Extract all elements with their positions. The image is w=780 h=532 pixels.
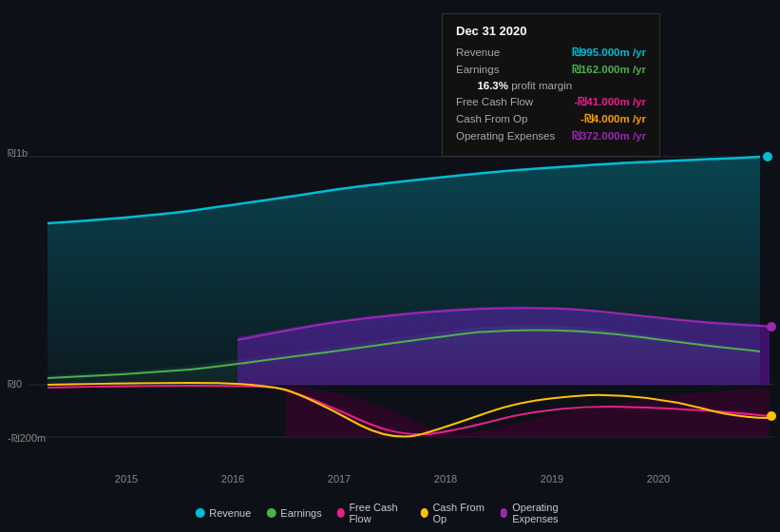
tooltip-earnings-row: Earnings ₪162.000m /yr (456, 63, 646, 76)
tooltip-profit-pct: 16.3% (477, 80, 508, 91)
legend-cashop-label: Cash From Op (432, 502, 485, 524)
tooltip-revenue-value: ₪995.000m /yr (572, 46, 646, 59)
legend-earnings-label: Earnings (280, 507, 321, 519)
legend-cashop-dot (421, 508, 428, 518)
tooltip-fcf-value: -₪41.000m /yr (575, 95, 647, 108)
tooltip-title: Dec 31 2020 (456, 24, 646, 38)
tooltip-revenue-label: Revenue (456, 47, 500, 58)
tooltip-cashop-value: -₪4.000m /yr (580, 112, 646, 125)
tooltip-revenue-row: Revenue ₪995.000m /yr (456, 46, 646, 59)
chart-svg (0, 0, 780, 475)
x-label-2016: 2016 (221, 473, 244, 484)
tooltip-opex-row: Operating Expenses ₪372.000m /yr (456, 129, 646, 142)
legend-opex-dot (501, 508, 508, 518)
tooltip-fcf-row: Free Cash Flow -₪41.000m /yr (456, 95, 646, 108)
tooltip-cashop-label: Cash From Op (456, 113, 527, 124)
legend-fcf[interactable]: Free Cash Flow (337, 502, 406, 524)
tooltip-fcf-label: Free Cash Flow (456, 96, 533, 107)
legend-opex-label: Operating Expenses (512, 502, 585, 524)
chart-container: ₪1b ₪0 -₪200m 2015 2016 2017 2018 2019 2… (0, 0, 780, 532)
legend-earnings[interactable]: Earnings (266, 507, 321, 519)
x-label-2020: 2020 (647, 473, 670, 484)
y-label-top: ₪1b (8, 147, 28, 160)
tooltip-earnings-value: ₪162.000m /yr (572, 63, 646, 76)
y-label-bot: -₪200m (8, 432, 46, 445)
svg-point-5 (767, 322, 776, 332)
tooltip: Dec 31 2020 Revenue ₪995.000m /yr Earnin… (442, 13, 660, 157)
legend-cashop[interactable]: Cash From Op (421, 502, 485, 524)
x-label-2018: 2018 (434, 473, 457, 484)
legend-fcf-label: Free Cash Flow (349, 502, 405, 524)
legend: Revenue Earnings Free Cash Flow Cash Fro… (195, 502, 585, 524)
x-label-2017: 2017 (328, 473, 351, 484)
tooltip-cashop-row: Cash From Op -₪4.000m /yr (456, 112, 646, 125)
legend-fcf-dot (337, 508, 345, 518)
tooltip-profit-row: 16.3% profit margin (456, 80, 646, 91)
tooltip-opex-label: Operating Expenses (456, 130, 555, 142)
legend-revenue-label: Revenue (209, 507, 251, 519)
svg-point-6 (767, 411, 776, 421)
legend-earnings-dot (266, 508, 276, 518)
tooltip-opex-value: ₪372.000m /yr (572, 129, 646, 142)
legend-revenue-dot (195, 508, 204, 518)
svg-point-4 (763, 152, 772, 162)
x-label-2015: 2015 (115, 473, 138, 484)
legend-revenue[interactable]: Revenue (195, 507, 251, 519)
y-label-mid: ₪0 (8, 378, 22, 390)
x-label-2019: 2019 (541, 473, 563, 484)
tooltip-earnings-label: Earnings (456, 64, 499, 75)
legend-opex[interactable]: Operating Expenses (501, 502, 585, 524)
